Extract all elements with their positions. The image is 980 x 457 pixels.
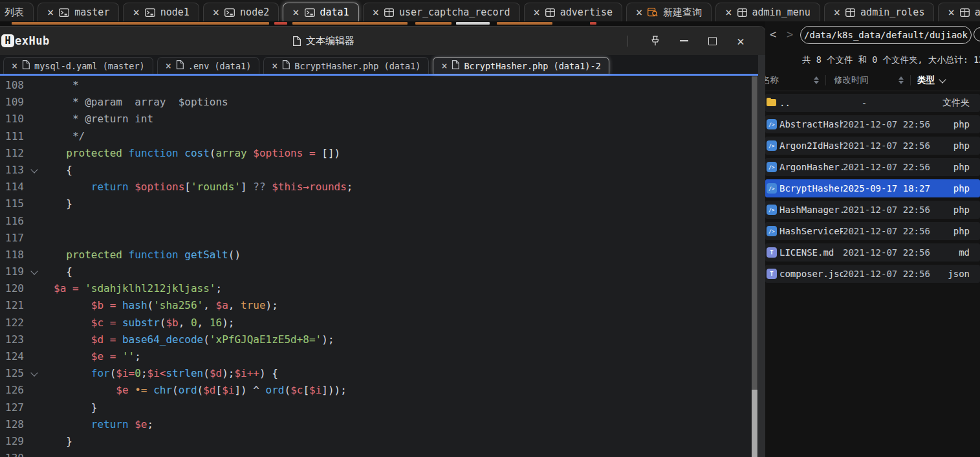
text-file-icon: T (767, 247, 777, 258)
file-row-composer.json[interactable]: Tcomposer.json2021-12-07 22:56json (765, 265, 980, 283)
path-input[interactable]: /data/k8s_data/default/dujiaok (800, 26, 972, 44)
file-row-AbstractHasher…[interactable]: />AbstractHasher…2021-12-07 22:56php (765, 115, 980, 133)
close-tab-icon[interactable]: × (213, 7, 219, 18)
close-window-button[interactable]: ✕ (726, 27, 755, 55)
pin-icon[interactable] (641, 27, 670, 55)
close-tab-icon[interactable]: × (948, 7, 954, 18)
nav-forward-icon[interactable]: > (787, 28, 793, 41)
file-icon (452, 60, 459, 71)
line-number: 117 (0, 230, 28, 247)
file-row-HashManager.php[interactable]: />HashManager.php2021-12-07 22:56php (765, 201, 980, 219)
table-icon (545, 8, 555, 17)
top-tab-列表[interactable]: 列表 (0, 3, 34, 21)
fold-chevron-icon[interactable] (30, 369, 38, 376)
editor-scrollbar[interactable] (752, 76, 757, 457)
fold-chevron-icon[interactable] (30, 166, 38, 173)
tab-label: BcryptHasher.php (data1) (294, 61, 420, 71)
folder-icon (767, 98, 777, 108)
file-mtime: 2021-12-07 22:56 (843, 140, 932, 151)
editor-tab-mysql-d.yaml (master)[interactable]: ×mysql-d.yaml (master) (3, 57, 153, 74)
close-tab-icon[interactable]: × (292, 7, 299, 18)
close-tab-icon[interactable]: × (834, 7, 840, 18)
code-line-125: 125 for($i=0;$i<strlen($d);$i++) { (0, 365, 765, 382)
top-tab-node1[interactable]: ×node1 (123, 3, 199, 21)
header-type[interactable]: 类型 (917, 74, 935, 86)
table-icon (960, 8, 970, 17)
editor-tab-BcryptHasher.php (data1)[interactable]: ×BcryptHasher.php (data1) (263, 57, 429, 74)
occluded-text-fragment (415, 22, 452, 25)
top-tab-user_captcha_record[interactable]: ×user_captcha_record (363, 3, 520, 21)
code-text: } (54, 399, 97, 416)
close-tab-icon[interactable]: × (47, 7, 54, 18)
file-stats: 共 8 个文件 和 0 个文件夹, 大小总计: 13.7 (765, 50, 980, 66)
top-tab-admin_menu[interactable]: ×admin_menu (715, 3, 820, 21)
code-line-108: 108 * (0, 77, 765, 94)
file-row-LICENSE.md[interactable]: TLICENSE.md2021-12-07 22:56md (765, 243, 980, 262)
close-tab-icon[interactable]: × (166, 60, 171, 72)
occluded-text-fragment (456, 22, 490, 25)
line-gutter: 130 (0, 450, 54, 457)
top-tab-master[interactable]: ×master (38, 3, 119, 21)
code-line-127: 127 } (0, 399, 765, 416)
code-line-120: 120$a = 'sdahjklhl212jkljass'; (0, 280, 765, 297)
tab-label: data1 (320, 6, 349, 18)
file-mtime: 2021-12-07 22:56 (843, 162, 932, 172)
tab-label: node1 (160, 6, 190, 18)
query-icon (648, 8, 658, 17)
sort-name-icon[interactable] (814, 76, 819, 84)
code-text: for($i=0;$i<strlen($d);$i++) { (54, 365, 278, 382)
line-number: 116 (0, 213, 28, 230)
line-number: 123 (0, 331, 28, 348)
top-tab-advertise[interactable]: ×advertise (524, 3, 623, 21)
top-tab-新建查询[interactable]: ×新建查询 (626, 3, 712, 21)
maximize-button[interactable] (698, 27, 726, 55)
code-line-113: 113 { (0, 162, 765, 179)
file-row-ArgonHasher.php[interactable]: />ArgonHasher.php2021-12-07 22:56php (765, 158, 980, 176)
occluded-text-fragment (497, 22, 552, 25)
type-sort-chevron-icon[interactable] (939, 76, 946, 83)
line-gutter: 122 (0, 315, 54, 331)
file-type: php (932, 226, 980, 236)
file-mtime: 2021-12-07 22:56 (843, 247, 932, 258)
tab-label: .env (data1) (188, 61, 252, 71)
fold-chevron-icon[interactable] (30, 267, 38, 274)
file-row-HashServicePro…[interactable]: />HashServicePro…2021-12-07 22:56php (765, 222, 980, 240)
file-list: ..-文件夹/>AbstractHasher…2021-12-07 22:56p… (765, 91, 980, 283)
file-row-BcryptHasher.p…[interactable]: />BcryptHasher.p…2025-09-17 18:27php (765, 179, 980, 197)
close-tab-icon[interactable]: × (133, 7, 139, 18)
file-icon (282, 60, 290, 71)
sort-mtime-icon[interactable] (898, 76, 904, 84)
file-row-..[interactable]: ..-文件夹 (765, 94, 980, 112)
editor-scrollbar-thumb[interactable] (752, 390, 757, 457)
code-line-110: 110 * @return int (0, 111, 765, 128)
top-tab-admin_users[interactable]: ×admin_users (938, 3, 980, 21)
editor-tab-BcryptHasher.php (data1)-2[interactable]: ×BcryptHasher.php (data1)-2 (433, 57, 609, 74)
line-number: 114 (0, 179, 28, 195)
terminal-icon (59, 8, 69, 17)
close-tab-icon[interactable]: × (272, 60, 278, 72)
close-tab-icon[interactable]: × (636, 7, 642, 18)
close-tab-icon[interactable]: × (12, 60, 17, 72)
code-text: protected function getSalt() (54, 247, 241, 263)
tab-label: BcryptHasher.php (data1)-2 (464, 61, 600, 71)
close-tab-icon[interactable]: × (441, 60, 447, 72)
line-number: 126 (0, 382, 28, 399)
nav-back-icon[interactable]: < (770, 28, 776, 41)
header-mtime[interactable]: 修改时间 (834, 74, 869, 86)
header-name[interactable]: 名称 (765, 74, 779, 86)
file-row-Argon2IdHasher…[interactable]: />Argon2IdHasher…2021-12-07 22:56php (765, 137, 980, 155)
file-type: php (932, 205, 980, 215)
editor-tab-.env (data1)[interactable]: ×.env (data1) (157, 57, 260, 74)
close-tab-icon[interactable]: × (373, 7, 379, 18)
line-gutter: 111 (0, 128, 54, 145)
minimize-button[interactable] (670, 27, 698, 55)
line-number: 130 (0, 450, 28, 457)
top-tab-data1[interactable]: ×data1 (283, 3, 358, 21)
close-tab-icon[interactable]: × (534, 7, 540, 18)
close-tab-icon[interactable]: × (725, 7, 732, 18)
top-tab-node2[interactable]: ×node2 (203, 3, 279, 21)
tab-label: admin_menu (752, 6, 811, 18)
top-tab-admin_roles[interactable]: ×admin_roles (824, 3, 935, 21)
code-text: $b = hash('sha256', $a, true); (54, 297, 278, 314)
refresh-icon[interactable] (974, 27, 980, 41)
